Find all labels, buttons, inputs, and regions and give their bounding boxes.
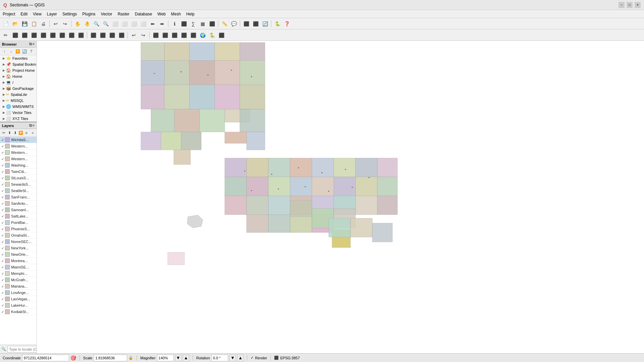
layer-item[interactable]: ✓PointBar... <box>0 220 37 226</box>
menu-plugins[interactable]: Plugins <box>79 10 98 18</box>
open-project-button[interactable]: 📂 <box>11 19 19 28</box>
layers-float-icon[interactable]: ⧉ <box>29 123 32 128</box>
minimize-button[interactable]: − <box>619 2 625 8</box>
layer-checkbox[interactable]: ✓ <box>1 291 4 295</box>
qgis-logo-btn[interactable]: 🌍 <box>198 31 207 40</box>
layer-item[interactable]: ✓SewardsS... <box>0 181 37 188</box>
digitize-btn2[interactable]: ⬛ <box>11 31 19 40</box>
menu-view[interactable]: View <box>30 10 44 18</box>
layer-item[interactable]: ✓SaltLake... <box>0 213 37 220</box>
zoom-out-button[interactable]: 🔍 <box>101 19 110 28</box>
layer-item[interactable]: ✓SanFranc... <box>0 194 37 200</box>
map-tips-button[interactable]: 💬 <box>229 19 238 28</box>
zoom-last-button[interactable]: ⬅ <box>148 19 157 28</box>
pan-to-button[interactable]: 🤚 <box>83 19 91 28</box>
browser-xyz-tiles[interactable]: ▶ ⬜ XYZ Tiles <box>0 116 37 122</box>
layer-checkbox[interactable]: ✓ <box>1 157 4 161</box>
scale-lock-icon[interactable]: 🔒 <box>128 356 133 360</box>
select-button[interactable]: ⬛ <box>179 19 188 28</box>
layer-item[interactable]: ✓OmahaSt... <box>0 232 37 239</box>
search-input[interactable] <box>7 346 37 353</box>
zoom-in-button[interactable]: 🔍 <box>92 19 101 28</box>
layer-item[interactable]: ✓SanAnto... <box>0 200 37 207</box>
layer-checkbox[interactable]: ✓ <box>1 221 4 225</box>
browser-vector-tiles[interactable]: ▶ ⬜ Vector Tiles <box>0 110 37 116</box>
zoom-rubber-band-button[interactable]: ⬜ <box>111 19 119 28</box>
menu-vector[interactable]: Vector <box>98 10 115 18</box>
browser-favorites[interactable]: ▶ ⭐ Favorites <box>0 55 37 61</box>
browser-mssql[interactable]: ▶ ✏ MSSQL <box>0 98 37 104</box>
layer-item[interactable]: ✓SeattleSt... <box>0 188 37 194</box>
browser-root[interactable]: ▶ 💻 / <box>0 79 37 85</box>
help-button[interactable]: ❓ <box>282 19 291 28</box>
layer-checkbox[interactable]: ✓ <box>1 253 4 256</box>
menu-settings[interactable]: Settings <box>60 10 79 18</box>
undo-edits-button[interactable]: ↩ <box>129 31 138 40</box>
layer-checkbox[interactable]: ✓ <box>1 189 4 193</box>
layer-item[interactable]: ✓Western... <box>0 156 37 162</box>
layer-item[interactable]: ✓StLouisS... <box>0 175 37 181</box>
digitize-btn16[interactable]: ⬛ <box>170 31 179 40</box>
layer-checkbox[interactable]: ✓ <box>1 310 4 314</box>
maximize-button[interactable]: □ <box>627 2 633 8</box>
menu-raster[interactable]: Raster <box>115 10 132 18</box>
show-bookmarks-button[interactable]: ⬛ <box>251 19 260 28</box>
map-area[interactable] <box>37 41 644 353</box>
epsg-display[interactable]: ⬛ EPSG:3857 <box>274 356 300 360</box>
digitize-btn10[interactable]: ⬛ <box>89 31 98 40</box>
layer-checkbox[interactable]: ✓ <box>1 285 4 288</box>
layer-item[interactable]: ✓Mariana... <box>0 283 37 290</box>
open-table-button[interactable]: ▦ <box>198 19 207 28</box>
rotation-input[interactable] <box>211 355 228 361</box>
browser-spatial-bookmarks[interactable]: ▶ 📌 Spatial Bookm... <box>0 61 37 67</box>
layer-item[interactable]: ✓Western... <box>0 149 37 156</box>
digitize-btn13[interactable]: ⬛ <box>117 31 126 40</box>
layer-checkbox[interactable]: ✓ <box>1 138 4 142</box>
python-console-button[interactable]: 🐍 <box>273 19 282 28</box>
layers-edit-btn[interactable]: ✏ <box>1 130 6 136</box>
layers-extra-btn[interactable]: » <box>30 130 35 136</box>
menu-edit[interactable]: Edit <box>18 10 30 18</box>
browser-remove-btn[interactable]: ↓ <box>8 48 14 54</box>
identify-button[interactable]: ℹ <box>170 19 179 28</box>
digitize-btn7[interactable]: ⬛ <box>58 31 66 40</box>
layers-move-up-btn[interactable]: ⬆ <box>7 130 12 136</box>
print-button[interactable]: 🖨 <box>39 19 48 28</box>
undo-button[interactable]: ↩ <box>51 19 60 28</box>
layers-move-down-btn[interactable]: ⬇ <box>13 130 18 136</box>
magnifier-increase-btn[interactable]: ▲ <box>183 355 189 361</box>
digitize-btn19[interactable]: ⬛ <box>217 31 226 40</box>
magnifier-decrease-btn[interactable]: ▼ <box>175 355 181 361</box>
layer-checkbox[interactable]: ✓ <box>1 183 4 186</box>
layer-checkbox[interactable]: ✓ <box>1 202 4 205</box>
menu-web[interactable]: Web <box>155 10 168 18</box>
zoom-to-selection-button[interactable]: ⬜ <box>120 19 129 28</box>
layer-item[interactable]: ✓NewOrle... <box>0 251 37 258</box>
layer-item[interactable]: ✓Washing... <box>0 162 37 169</box>
menu-database[interactable]: Database <box>132 10 155 18</box>
layer-item[interactable]: ✓NewYork... <box>0 245 37 251</box>
browser-header[interactable]: Browser ⧉ × <box>0 41 37 48</box>
digitize-btn4[interactable]: ⬛ <box>30 31 38 40</box>
zoom-to-layer-button[interactable]: ⬜ <box>129 19 138 28</box>
save-as-button[interactable]: 📋 <box>30 19 38 28</box>
layers-filter-btn[interactable]: 🔽 <box>18 130 23 136</box>
digitize-btn6[interactable]: ⬛ <box>48 31 57 40</box>
digitize-btn8[interactable]: ⬛ <box>67 31 76 40</box>
layer-checkbox[interactable]: ✓ <box>1 272 4 276</box>
zoom-to-native-button[interactable]: ⬜ <box>139 19 148 28</box>
refresh-button[interactable]: 🔄 <box>261 19 269 28</box>
layer-checkbox[interactable]: ✓ <box>1 278 4 282</box>
layer-checkbox[interactable]: ✓ <box>1 259 4 263</box>
layer-checkbox[interactable]: ✓ <box>1 304 4 307</box>
browser-home[interactable]: ▶ 🏠 Home <box>0 73 37 79</box>
layer-checkbox[interactable]: ✓ <box>1 297 4 301</box>
browser-spatialite[interactable]: ▶ ✏ SpatiaLite <box>0 92 37 98</box>
redo-edits-button[interactable]: ↪ <box>139 31 148 40</box>
digitize-btn17[interactable]: ⬛ <box>179 31 188 40</box>
scale-input[interactable] <box>94 355 127 361</box>
browser-project-home[interactable]: ▶ 🏠 Project Home <box>0 67 37 73</box>
rotation-decrease-btn[interactable]: ▼ <box>229 355 236 361</box>
layer-checkbox[interactable]: ✓ <box>1 164 4 167</box>
new-project-button[interactable]: 📄 <box>1 19 10 28</box>
